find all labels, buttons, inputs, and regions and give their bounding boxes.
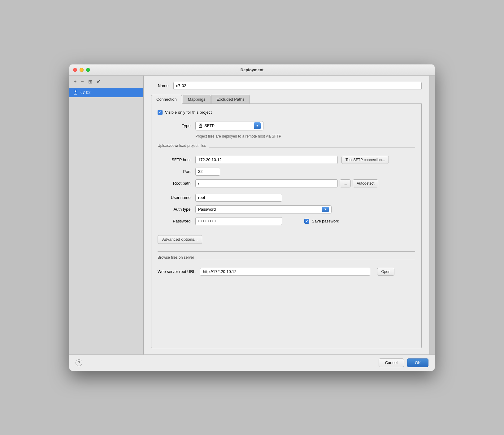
root-path-input[interactable] (195, 179, 338, 187)
username-input[interactable] (195, 194, 282, 202)
save-password-checkbox[interactable] (304, 219, 309, 224)
save-password-label: Save password (312, 219, 339, 223)
sidebar: + − ⊞ ✔ 🗄 c7-02 (69, 76, 144, 354)
save-password-container: Save password (304, 219, 339, 224)
traffic-lights (73, 68, 90, 72)
add-server-button[interactable]: + (72, 78, 78, 85)
port-row: Port: (158, 168, 415, 176)
name-input[interactable] (173, 82, 422, 90)
remove-server-button[interactable]: − (80, 78, 85, 85)
browse-root-path-button[interactable]: ... (340, 179, 351, 187)
tab-excluded-paths[interactable]: Excluded Paths (211, 95, 250, 103)
type-label: Type: (158, 123, 192, 128)
password-input[interactable] (195, 217, 282, 225)
type-row: Type: 🗄 SFTP ▼ (158, 121, 415, 130)
port-label: Port: (158, 169, 192, 174)
dialog-body: + − ⊞ ✔ 🗄 c7-02 Name: Connection (69, 76, 435, 354)
auth-type-value: Password (198, 207, 322, 212)
upload-section-label: Upload/download project files (158, 143, 206, 148)
username-row: User name: (158, 194, 415, 202)
maximize-button[interactable] (86, 68, 90, 72)
name-label: Name: (151, 83, 170, 88)
help-button[interactable]: ? (76, 359, 82, 366)
auth-type-row: Auth type: Password ▼ (158, 205, 415, 213)
sftp-icon: 🗄 (198, 123, 202, 128)
password-label: Password: (158, 219, 192, 223)
cancel-button[interactable]: Cancel (379, 358, 404, 367)
close-button[interactable] (73, 68, 77, 72)
type-select[interactable]: 🗄 SFTP ▼ (195, 121, 263, 130)
tabs: Connection Mappings Excluded Paths (151, 95, 422, 104)
tab-mappings[interactable]: Mappings (183, 95, 211, 103)
ok-button[interactable]: OK (407, 358, 428, 367)
spacer1 (158, 191, 415, 194)
server-icon: 🗄 (73, 90, 78, 95)
tab-connection[interactable]: Connection (151, 95, 182, 104)
root-path-row: Root path: ... Autodetect (158, 179, 415, 187)
open-button[interactable]: Open (377, 268, 394, 276)
auth-type-dropdown-arrow[interactable]: ▼ (322, 207, 329, 212)
upload-section-header: Upload/download project files (158, 143, 415, 152)
root-path-label: Root path: (158, 181, 192, 186)
right-edge-strip (429, 76, 435, 354)
type-value: SFTP (204, 123, 252, 128)
password-row: Password: Save password (158, 217, 415, 225)
dialog-buttons: Cancel OK (379, 358, 428, 367)
browse-section-header: Browse files on server (158, 255, 415, 263)
web-url-input[interactable] (200, 268, 370, 276)
copy-server-button[interactable]: ⊞ (87, 78, 93, 85)
visible-only-label: Visible only for this project (165, 110, 212, 115)
sftp-host-input[interactable] (195, 156, 338, 164)
test-sftp-button[interactable]: Test SFTP connection... (341, 156, 389, 164)
autodetect-button[interactable]: Autodetect (353, 179, 378, 187)
sftp-host-label: SFTP host: (158, 157, 192, 162)
type-dropdown-arrow[interactable]: ▼ (254, 122, 261, 129)
advanced-options-button[interactable]: Advanced options... (158, 235, 202, 244)
window-title: Deployment (241, 68, 263, 72)
name-row: Name: (151, 82, 422, 90)
visible-only-checkbox[interactable] (158, 110, 163, 115)
sftp-host-row: SFTP host: Test SFTP connection... (158, 156, 415, 164)
check-server-button[interactable]: ✔ (95, 78, 102, 85)
deployment-dialog: Deployment + − ⊞ ✔ 🗄 c7-02 Name: (69, 64, 435, 371)
server-name-label: c7-02 (80, 90, 91, 95)
titlebar: Deployment (69, 64, 435, 76)
browse-section: Browse files on server Web server root U… (158, 251, 415, 276)
main-content: Name: Connection Mappings Excluded Paths (144, 76, 429, 354)
bottom-bar: ? Cancel OK (69, 354, 435, 371)
port-input[interactable] (195, 168, 220, 176)
web-url-row: Web server root URL: Open (158, 268, 415, 276)
server-item-c7-02[interactable]: 🗄 c7-02 (69, 88, 143, 97)
auth-type-select[interactable]: Password ▼ (195, 205, 332, 213)
web-url-label: Web server root URL: (158, 269, 196, 274)
minimize-button[interactable] (80, 68, 84, 72)
visible-only-row: Visible only for this project (158, 110, 415, 115)
username-label: User name: (158, 195, 192, 200)
browse-section-label: Browse files on server (158, 255, 194, 260)
tab-content-connection: Visible only for this project Type: 🗄 SF… (151, 104, 422, 348)
sidebar-toolbar: + − ⊞ ✔ (69, 76, 143, 88)
auth-type-label: Auth type: (158, 207, 192, 212)
type-hint: Project files are deployed to a remote h… (195, 134, 415, 138)
